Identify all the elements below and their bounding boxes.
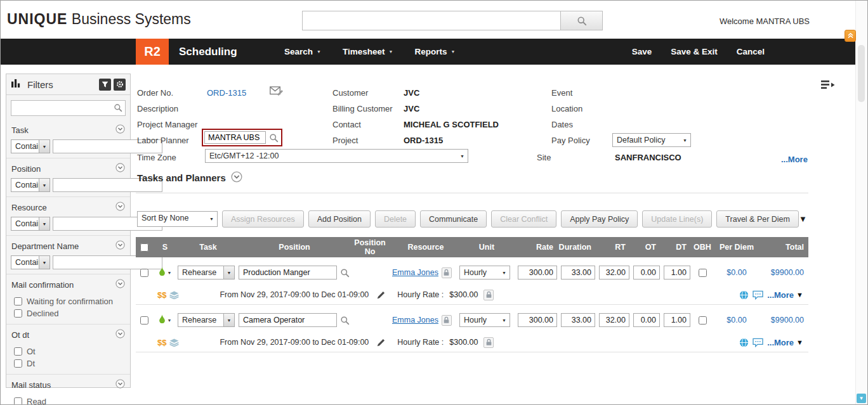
chevron-down-icon[interactable] [115, 329, 125, 340]
unit-select[interactable]: Hourly▼ [459, 266, 510, 280]
row-checkbox[interactable] [140, 316, 148, 325]
status-drop-icon[interactable] [159, 267, 166, 278]
ot-input[interactable] [633, 266, 660, 280]
unit-select[interactable]: Hourly▼ [459, 313, 510, 327]
chevron-down-icon[interactable] [231, 171, 242, 184]
save-exit-button[interactable]: Save & Exit [671, 47, 718, 56]
chevron-down-icon[interactable] [115, 279, 125, 290]
rt-input[interactable] [599, 266, 629, 280]
select-all-checkbox[interactable] [140, 243, 148, 252]
ot-checkbox[interactable] [14, 347, 22, 356]
chevron-down-icon[interactable] [115, 379, 125, 390]
search-icon[interactable] [269, 133, 279, 143]
chevron-down-icon[interactable]: ▼ [796, 291, 803, 299]
duration-input[interactable] [561, 313, 595, 327]
collapse-header-button[interactable] [845, 30, 856, 42]
gear-icon[interactable] [114, 79, 126, 91]
status-caret-icon[interactable]: ▼ [168, 271, 172, 275]
per-diem-value[interactable]: $0.00 [727, 316, 746, 325]
status-caret-icon[interactable]: ▼ [168, 318, 172, 323]
obh-checkbox[interactable] [699, 269, 707, 277]
communication-icon[interactable] [739, 338, 749, 347]
global-search-button[interactable] [561, 11, 603, 30]
search-icon[interactable] [340, 268, 350, 278]
nav-menu-reports[interactable]: Reports▼ [414, 47, 455, 56]
filter-section-department: Department Name Contain▼ [6, 235, 130, 274]
assign-resources-button[interactable]: Assign Resources [222, 210, 304, 228]
rt-input[interactable] [599, 313, 629, 327]
chevron-down-icon[interactable] [115, 240, 125, 252]
time-zone-select[interactable]: Etc/GMT+12 -12:00▼ [205, 149, 468, 163]
layers-icon[interactable] [169, 291, 179, 299]
form-more-link[interactable]: ...More [781, 155, 808, 164]
obh-checkbox[interactable] [699, 316, 707, 325]
communication-icon[interactable] [739, 290, 749, 300]
vertical-scrollbar[interactable] [855, 1, 867, 404]
position-input[interactable] [239, 313, 337, 327]
sort-by-select[interactable]: Sort By None▼ [137, 211, 218, 227]
nav-menu-search[interactable]: Search▼ [284, 47, 321, 56]
communicate-button[interactable]: Communicate [420, 210, 487, 228]
add-position-button[interactable]: Add Position [308, 210, 371, 228]
task-select[interactable]: Rehearse▼ [178, 313, 235, 327]
row-more-link[interactable]: ...More [767, 338, 794, 347]
operator-select[interactable]: Contain▼ [11, 178, 50, 192]
travel-per-diem-button[interactable]: Travel & Per Diem [716, 210, 799, 228]
update-lines-button[interactable]: Update Line(s) [642, 210, 712, 228]
rate-input[interactable] [518, 313, 557, 327]
filters-search-input[interactable] [11, 100, 126, 116]
email-icon[interactable] [270, 86, 284, 99]
apply-pay-policy-button[interactable]: Apply Pay Policy [561, 210, 638, 228]
clear-conflict-button[interactable]: Clear Conflict [491, 210, 556, 228]
task-select[interactable]: Rehearse▼ [178, 266, 235, 280]
scroll-down-button[interactable]: ▼ [857, 394, 866, 403]
dt-checkbox[interactable] [14, 359, 22, 368]
position-input[interactable] [239, 266, 337, 280]
task-row: ▼ Rehearse▼ Emma Jones Hourly▼ [136, 257, 808, 305]
funnel-icon[interactable] [99, 79, 111, 91]
waiting-for-confirmation-checkbox[interactable] [14, 297, 22, 305]
operator-select[interactable]: Contain▼ [11, 217, 50, 231]
chevron-down-icon[interactable] [115, 163, 125, 174]
operator-select[interactable]: Contain▼ [11, 255, 50, 269]
dt-input[interactable] [664, 313, 690, 327]
pay-rate-icon[interactable]: $$ [157, 290, 166, 300]
chat-icon[interactable] [753, 290, 763, 300]
row-more-link[interactable]: ...More [767, 290, 794, 300]
status-drop-icon[interactable] [159, 314, 166, 326]
order-no-value[interactable]: ORD-1315 [207, 88, 246, 98]
read-checkbox[interactable] [14, 397, 22, 405]
layers-icon[interactable] [169, 338, 179, 347]
chevron-down-icon[interactable]: ▼ [796, 338, 803, 346]
pay-rate-icon[interactable]: $$ [157, 338, 166, 347]
pay-policy-select[interactable]: Default Policy▼ [612, 133, 691, 147]
toolbar-expand-caret[interactable]: ▼ [799, 214, 807, 224]
chevron-down-icon[interactable] [115, 202, 125, 213]
operator-select[interactable]: Contain▼ [11, 139, 50, 153]
duration-input[interactable] [561, 266, 595, 280]
dt-input[interactable] [664, 266, 690, 280]
delete-button[interactable]: Delete [375, 210, 416, 228]
search-icon[interactable] [340, 316, 350, 325]
side-panel-toggle-icon[interactable] [820, 79, 836, 93]
ot-input[interactable] [633, 313, 660, 327]
chat-icon[interactable] [753, 338, 763, 347]
chevron-down-icon[interactable] [115, 124, 125, 136]
global-search-input[interactable] [302, 11, 561, 30]
declined-checkbox[interactable] [14, 309, 22, 318]
scrollbar-thumb[interactable] [858, 45, 865, 102]
resource-link[interactable]: Emma Jones [392, 316, 438, 325]
cancel-button[interactable]: Cancel [737, 47, 765, 56]
edit-schedule-icon[interactable] [377, 291, 385, 299]
edit-schedule-icon[interactable] [377, 338, 385, 347]
filter-section-label: Position [11, 164, 41, 174]
resource-link[interactable]: Emma Jones [392, 268, 438, 277]
columns-icon[interactable] [11, 79, 22, 90]
row-checkbox[interactable] [140, 269, 148, 277]
per-diem-value[interactable]: $0.00 [727, 268, 746, 277]
labor-planner-input[interactable] [204, 131, 266, 144]
rate-input[interactable] [518, 266, 557, 280]
nav-menu-timesheet[interactable]: Timesheet▼ [343, 47, 393, 56]
r2-brand-logo[interactable]: R2 [136, 39, 169, 65]
save-button[interactable]: Save [632, 47, 652, 56]
